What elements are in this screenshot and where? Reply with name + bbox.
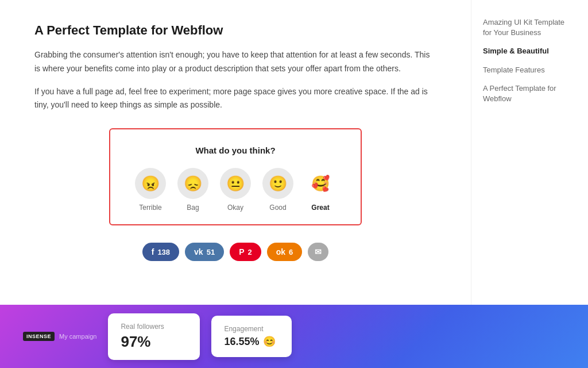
ok-share-button[interactable]: ok 6 [267,243,303,261]
social-share: f 138 vk 51 P 2 ok 6 ✉ [34,243,436,261]
emoji-great: 🥰 [305,168,336,199]
sidebar-link-simple[interactable]: Simple & Beautiful [483,46,574,56]
rating-bag[interactable]: 😞 Bag [177,168,208,212]
ok-icon: ok [276,247,285,256]
emoji-good: 🙂 [262,168,293,199]
rating-okay[interactable]: 😐 Okay [220,168,251,212]
sidebar-nav: Amazing UI Kit Template for Your Busines… [483,17,574,104]
sidebar-item-webflow[interactable]: A Perfect Template for Webflow [483,83,574,104]
followers-label: Real followers [121,323,187,331]
vk-icon: vk [194,247,203,256]
sidebar-link-webflow[interactable]: A Perfect Template for Webflow [483,83,574,104]
rating-box: What do you think? 😠 Terrible 😞 Bag 😐 Ok… [109,128,362,225]
label-terrible: Terrible [139,204,161,212]
sidebar-link-kit[interactable]: Amazing UI Kit Template for Your Busines… [483,17,574,38]
bottom-banner: INSENSE My campaign Real followers 97% E… [0,305,588,368]
rating-great[interactable]: 🥰 Great [305,168,336,212]
engagement-value: 16.55% 😊 [224,335,279,348]
email-icon: ✉ [315,247,322,256]
article-paragraph-1: Grabbing the consumer's attention isn't … [34,48,436,76]
label-good: Good [269,204,286,212]
followers-value: 97% [121,333,187,351]
sidebar-item-kit[interactable]: Amazing UI Kit Template for Your Busines… [483,17,574,38]
label-great: Great [311,204,329,212]
article-paragraph-2: If you have a full page ad, feel free to… [34,85,436,113]
article-title: A Perfect Template for Webflow [34,23,436,38]
rating-question: What do you think? [122,145,349,155]
ok-count: 6 [289,248,293,256]
rating-terrible[interactable]: 😠 Terrible [135,168,166,212]
vk-share-button[interactable]: vk 51 [185,243,224,261]
insense-badge: INSENSE [23,332,55,341]
engagement-label: Engagement [224,325,279,333]
sidebar-link-features[interactable]: Template Features [483,65,574,75]
pinterest-count: 2 [247,248,252,256]
rating-options: 😠 Terrible 😞 Bag 😐 Okay 🙂 Good 🥰 [122,168,349,212]
pinterest-icon: P [239,247,244,256]
emoji-terrible: 😠 [135,168,166,199]
campaign-label: My campaign [59,333,96,340]
pinterest-share-button[interactable]: P 2 [230,243,261,261]
engagement-emoji: 😊 [263,335,276,348]
sidebar-item-simple[interactable]: Simple & Beautiful [483,46,574,56]
label-okay: Okay [227,204,243,212]
vk-count: 51 [207,248,215,256]
main-content: A Perfect Template for Webflow Grabbing … [0,0,471,368]
label-bag: Bag [187,204,199,212]
sidebar-item-features[interactable]: Template Features [483,65,574,75]
emoji-okay: 😐 [220,168,251,199]
facebook-share-button[interactable]: f 138 [142,243,179,261]
engagement-card: Engagement 16.55% 😊 [211,316,292,357]
email-share-button[interactable]: ✉ [308,243,328,261]
followers-card: Real followers 97% [108,313,200,360]
facebook-count: 138 [157,248,170,256]
emoji-bag: 😞 [177,168,208,199]
facebook-icon: f [152,247,154,256]
rating-good[interactable]: 🙂 Good [262,168,293,212]
